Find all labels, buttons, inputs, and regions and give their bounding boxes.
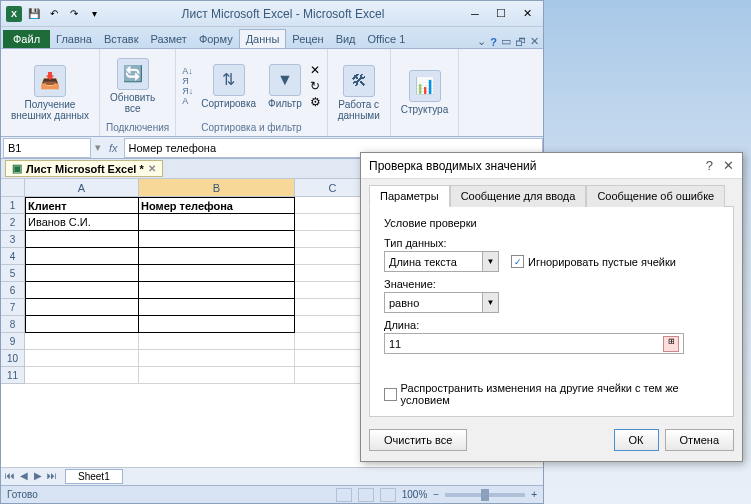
select-all-corner[interactable] bbox=[1, 179, 25, 197]
col-header-b[interactable]: B bbox=[139, 179, 295, 197]
view-normal-button[interactable] bbox=[336, 488, 352, 502]
row-header[interactable]: 11 bbox=[1, 367, 25, 384]
view-layout-button[interactable] bbox=[358, 488, 374, 502]
save-icon[interactable]: 💾 bbox=[25, 5, 43, 23]
file-tab[interactable]: Файл bbox=[3, 30, 50, 48]
tab-office[interactable]: Office 1 bbox=[362, 30, 412, 48]
external-data-button[interactable]: 📥 Получение внешних данных bbox=[7, 63, 93, 123]
dialog-body: Условие проверки Тип данных: Длина текст… bbox=[369, 206, 734, 417]
row-header[interactable]: 5 bbox=[1, 265, 25, 282]
row-header[interactable]: 10 bbox=[1, 350, 25, 367]
cell[interactable] bbox=[25, 333, 139, 350]
cell[interactable] bbox=[25, 248, 139, 265]
cell[interactable] bbox=[139, 333, 295, 350]
tab-home[interactable]: Главна bbox=[50, 30, 98, 48]
sheet-tab[interactable]: Sheet1 bbox=[65, 469, 123, 484]
document-tab[interactable]: ▣ Лист Microsoft Excel * ✕ bbox=[5, 160, 163, 177]
meaning-select[interactable]: равно ▼ bbox=[384, 292, 499, 313]
sheet-nav-last-icon[interactable]: ⏭ bbox=[45, 470, 59, 484]
cell[interactable]: Клиент bbox=[25, 197, 139, 214]
row-header[interactable]: 3 bbox=[1, 231, 25, 248]
zoom-in-button[interactable]: + bbox=[531, 489, 537, 500]
cell[interactable] bbox=[139, 248, 295, 265]
ok-button[interactable]: ОК bbox=[614, 429, 659, 451]
tab-review[interactable]: Рецен bbox=[286, 30, 329, 48]
cell[interactable] bbox=[139, 367, 295, 384]
maximize-button[interactable]: ☐ bbox=[489, 6, 513, 22]
cell[interactable] bbox=[139, 214, 295, 231]
undo-icon[interactable]: ↶ bbox=[45, 5, 63, 23]
tab-view[interactable]: Вид bbox=[330, 30, 362, 48]
sheet-nav-prev-icon[interactable]: ◀ bbox=[17, 470, 31, 484]
row-header[interactable]: 8 bbox=[1, 316, 25, 333]
ignore-blank-checkbox[interactable]: ✓ Игнорировать пустые ячейки bbox=[511, 255, 676, 268]
row-header[interactable]: 6 bbox=[1, 282, 25, 299]
view-break-button[interactable] bbox=[380, 488, 396, 502]
sort-button[interactable]: ⇅ Сортировка bbox=[197, 62, 260, 111]
clear-all-button[interactable]: Очистить все bbox=[369, 429, 467, 451]
sort-desc-icon[interactable]: Я↓A bbox=[182, 86, 193, 106]
cell[interactable] bbox=[25, 367, 139, 384]
tab-input-message[interactable]: Сообщение для ввода bbox=[450, 185, 587, 207]
cell[interactable] bbox=[139, 299, 295, 316]
close-button[interactable]: ✕ bbox=[515, 6, 539, 22]
advanced-filter-icon[interactable]: ⚙ bbox=[310, 95, 321, 109]
length-label: Длина: bbox=[384, 319, 719, 331]
length-input[interactable]: 11 ⊞ bbox=[384, 333, 684, 354]
data-tools-button[interactable]: 🛠 Работа с данными bbox=[334, 63, 384, 123]
cell[interactable] bbox=[139, 282, 295, 299]
filter-button[interactable]: ▼ Фильтр bbox=[264, 62, 306, 111]
data-type-select[interactable]: Длина текста ▼ bbox=[384, 251, 499, 272]
cell[interactable] bbox=[25, 299, 139, 316]
cell[interactable]: Номер телефона bbox=[139, 197, 295, 214]
dialog-help-icon[interactable]: ? bbox=[706, 158, 713, 173]
name-box[interactable]: B1 bbox=[3, 138, 91, 158]
ribbon-restore-icon[interactable]: 🗗 bbox=[515, 36, 526, 48]
row-header[interactable]: 9 bbox=[1, 333, 25, 350]
col-header-a[interactable]: A bbox=[25, 179, 139, 197]
refresh-button[interactable]: 🔄 Обновить все bbox=[106, 56, 159, 116]
cell[interactable] bbox=[139, 231, 295, 248]
zoom-out-button[interactable]: − bbox=[433, 489, 439, 500]
ribbon-close-icon[interactable]: ✕ bbox=[530, 35, 539, 48]
fx-label[interactable]: fx bbox=[103, 142, 124, 154]
tab-error-message[interactable]: Сообщение об ошибке bbox=[586, 185, 725, 207]
propagate-checkbox[interactable]: Распространить изменения на другие ячейк… bbox=[384, 382, 719, 406]
range-picker-icon[interactable]: ⊞ bbox=[663, 336, 679, 352]
cell[interactable] bbox=[139, 350, 295, 367]
tab-formula[interactable]: Форму bbox=[193, 30, 239, 48]
sort-asc-icon[interactable]: A↓Я bbox=[182, 66, 193, 86]
cell[interactable] bbox=[25, 265, 139, 282]
cell[interactable] bbox=[25, 316, 139, 333]
tab-layout[interactable]: Размет bbox=[145, 30, 193, 48]
tab-parameters[interactable]: Параметры bbox=[369, 185, 450, 207]
clear-filter-icon[interactable]: ✕ bbox=[310, 63, 321, 77]
document-tab-close-icon[interactable]: ✕ bbox=[148, 163, 156, 174]
help-icon[interactable]: ? bbox=[490, 36, 497, 48]
structure-button[interactable]: 📊 Структура bbox=[397, 68, 452, 117]
row-header[interactable]: 2 bbox=[1, 214, 25, 231]
tab-data[interactable]: Данны bbox=[239, 29, 287, 48]
cell[interactable]: Иванов С.И. bbox=[25, 214, 139, 231]
ribbon-minimize-icon[interactable]: ▭ bbox=[501, 35, 511, 48]
sheet-nav-first-icon[interactable]: ⏮ bbox=[3, 470, 17, 484]
row-header[interactable]: 1 bbox=[1, 197, 25, 214]
sheet-nav-next-icon[interactable]: ▶ bbox=[31, 470, 45, 484]
tab-insert[interactable]: Вставк bbox=[98, 30, 145, 48]
cell[interactable] bbox=[139, 316, 295, 333]
qat-dropdown-icon[interactable]: ▾ bbox=[85, 5, 103, 23]
row-header[interactable]: 7 bbox=[1, 299, 25, 316]
zoom-slider[interactable] bbox=[445, 493, 525, 497]
cell[interactable] bbox=[25, 350, 139, 367]
cancel-button[interactable]: Отмена bbox=[665, 429, 734, 451]
row-header[interactable]: 4 bbox=[1, 248, 25, 265]
dialog-title-bar[interactable]: Проверка вводимых значений ? ✕ bbox=[361, 153, 742, 179]
reapply-filter-icon[interactable]: ↻ bbox=[310, 79, 321, 93]
cell[interactable] bbox=[139, 265, 295, 282]
cell[interactable] bbox=[25, 282, 139, 299]
dialog-close-icon[interactable]: ✕ bbox=[723, 158, 734, 173]
minimize-button[interactable]: ─ bbox=[463, 6, 487, 22]
cell[interactable] bbox=[25, 231, 139, 248]
ribbon-expand-icon[interactable]: ⌄ bbox=[477, 35, 486, 48]
redo-icon[interactable]: ↷ bbox=[65, 5, 83, 23]
